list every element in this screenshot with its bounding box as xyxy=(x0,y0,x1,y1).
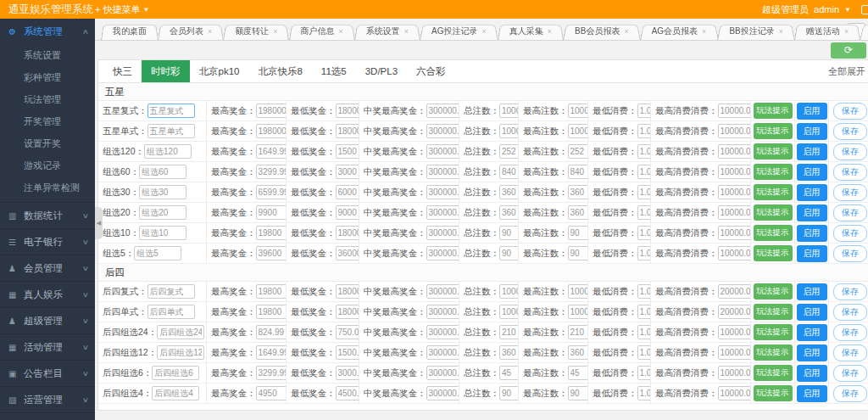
save-button[interactable]: 保存 xyxy=(833,103,867,120)
max-cost-input[interactable] xyxy=(718,284,752,299)
play-tip-button[interactable]: 玩法提示 xyxy=(754,143,793,160)
min-prize-input[interactable] xyxy=(336,305,360,319)
min-prize-input[interactable] xyxy=(336,226,360,240)
max-prize-input[interactable] xyxy=(256,325,287,339)
max-bets-input[interactable] xyxy=(568,226,589,240)
min-prize-input[interactable] xyxy=(336,325,360,339)
save-button[interactable]: 保存 xyxy=(833,344,867,361)
enable-button[interactable]: 启用 xyxy=(797,164,827,181)
game-tab[interactable]: 快三 xyxy=(103,60,142,82)
min-prize-input[interactable] xyxy=(336,165,360,179)
max-bets-input[interactable] xyxy=(568,104,589,118)
max-bets-input[interactable] xyxy=(568,345,589,360)
game-tab[interactable]: 11选5 xyxy=(312,60,356,82)
save-button[interactable]: 保存 xyxy=(833,385,867,402)
enable-button[interactable]: 启用 xyxy=(797,123,827,140)
win-max-input[interactable] xyxy=(426,386,460,400)
sidebar-section-header[interactable]: ♟ 会员管理 ∨ xyxy=(0,255,95,281)
min-prize-input[interactable] xyxy=(336,124,360,138)
max-prize-input[interactable] xyxy=(256,144,287,159)
win-max-input[interactable] xyxy=(426,366,460,380)
max-bets-input[interactable] xyxy=(568,205,589,220)
sidebar-section-header[interactable]: ▨ 运营管理 ∨ xyxy=(0,387,95,412)
close-tab-icon[interactable]: × xyxy=(208,27,212,36)
play-tip-button[interactable]: 玩法提示 xyxy=(754,283,793,300)
save-button[interactable]: 保存 xyxy=(833,123,867,140)
max-cost-input[interactable] xyxy=(718,246,752,260)
max-cost-input[interactable] xyxy=(718,205,752,220)
max-cost-input[interactable] xyxy=(718,325,752,339)
enable-button[interactable]: 启用 xyxy=(797,304,827,321)
play-tip-button[interactable]: 玩法提示 xyxy=(754,324,793,340)
min-cost-input[interactable] xyxy=(637,165,652,179)
sidebar-item[interactable]: 注单异常检测 xyxy=(0,176,95,199)
play-tip-button[interactable]: 玩法提示 xyxy=(754,304,793,320)
max-bets-input[interactable] xyxy=(568,325,589,339)
sidebar-item[interactable]: 开奖管理 xyxy=(0,110,95,132)
min-cost-input[interactable] xyxy=(637,345,652,360)
min-cost-input[interactable] xyxy=(637,305,652,319)
win-max-input[interactable] xyxy=(426,165,460,179)
save-button[interactable]: 保存 xyxy=(833,283,867,300)
max-prize-input[interactable] xyxy=(256,284,287,299)
game-tab[interactable]: 3D/PL3 xyxy=(356,60,407,82)
sidebar-item[interactable]: 游戏记录 xyxy=(0,154,95,176)
sidebar-section-header[interactable]: ☰ 电子银行 ∨ xyxy=(0,229,95,255)
game-tab[interactable]: 北京pk10 xyxy=(190,60,249,82)
max-cost-input[interactable] xyxy=(718,226,752,240)
min-prize-input[interactable] xyxy=(336,104,360,118)
sidebar-section-header[interactable]: ▦ 活动管理 ∨ xyxy=(0,334,95,360)
max-prize-input[interactable] xyxy=(256,305,287,319)
total-bets-input[interactable] xyxy=(499,124,519,138)
max-bets-input[interactable] xyxy=(568,165,589,179)
save-button[interactable]: 保存 xyxy=(833,225,867,242)
win-max-input[interactable] xyxy=(426,345,460,360)
total-bets-input[interactable] xyxy=(499,144,519,159)
max-bets-input[interactable] xyxy=(568,305,589,319)
total-bets-input[interactable] xyxy=(499,345,519,360)
total-bets-input[interactable] xyxy=(499,246,519,260)
sidebar-section-header[interactable]: ▣ 公告栏目 ∨ xyxy=(0,361,95,386)
total-bets-input[interactable] xyxy=(499,226,519,240)
min-prize-input[interactable] xyxy=(336,185,360,199)
min-cost-input[interactable] xyxy=(637,205,652,220)
play-tip-button[interactable]: 玩法提示 xyxy=(754,385,793,401)
sidebar-item[interactable]: 玩法管理 xyxy=(0,88,95,110)
min-cost-input[interactable] xyxy=(637,325,652,339)
play-name-input[interactable] xyxy=(139,185,186,199)
max-bets-input[interactable] xyxy=(568,124,589,138)
min-cost-input[interactable] xyxy=(637,246,652,260)
max-bets-input[interactable] xyxy=(568,185,589,199)
max-prize-input[interactable] xyxy=(256,205,287,220)
save-button[interactable]: 保存 xyxy=(833,245,867,262)
sidebar-collapse-handle[interactable]: ◀ xyxy=(95,207,103,239)
max-cost-input[interactable] xyxy=(718,144,752,159)
max-prize-input[interactable] xyxy=(256,386,287,400)
win-max-input[interactable] xyxy=(426,124,460,138)
max-cost-input[interactable] xyxy=(718,305,752,319)
refresh-button[interactable]: ⟳ xyxy=(831,42,866,59)
play-tip-button[interactable]: 玩法提示 xyxy=(754,184,793,200)
window-tab[interactable]: 商户信息× xyxy=(295,23,349,40)
close-tab-icon[interactable]: × xyxy=(482,27,487,36)
min-prize-input[interactable] xyxy=(336,345,360,360)
total-bets-input[interactable] xyxy=(499,284,519,299)
min-prize-input[interactable] xyxy=(336,366,360,380)
enable-button[interactable]: 启用 xyxy=(797,103,827,120)
play-name-input[interactable] xyxy=(139,165,186,179)
window-tab[interactable]: 我的桌面 xyxy=(107,23,153,40)
win-max-input[interactable] xyxy=(426,144,460,159)
max-prize-input[interactable] xyxy=(256,345,287,360)
window-tab[interactable]: 系统设置× xyxy=(360,23,415,40)
username-menu[interactable]: admin xyxy=(814,4,839,14)
win-max-input[interactable] xyxy=(426,185,460,199)
total-bets-input[interactable] xyxy=(499,185,519,199)
max-prize-input[interactable] xyxy=(256,104,287,118)
min-prize-input[interactable] xyxy=(336,246,360,260)
win-max-input[interactable] xyxy=(426,205,460,220)
play-tip-button[interactable]: 玩法提示 xyxy=(754,344,793,361)
save-button[interactable]: 保存 xyxy=(833,324,867,341)
play-name-input[interactable] xyxy=(134,246,181,260)
total-bets-input[interactable] xyxy=(499,104,519,118)
window-tab[interactable]: AG投注记录× xyxy=(426,23,492,40)
